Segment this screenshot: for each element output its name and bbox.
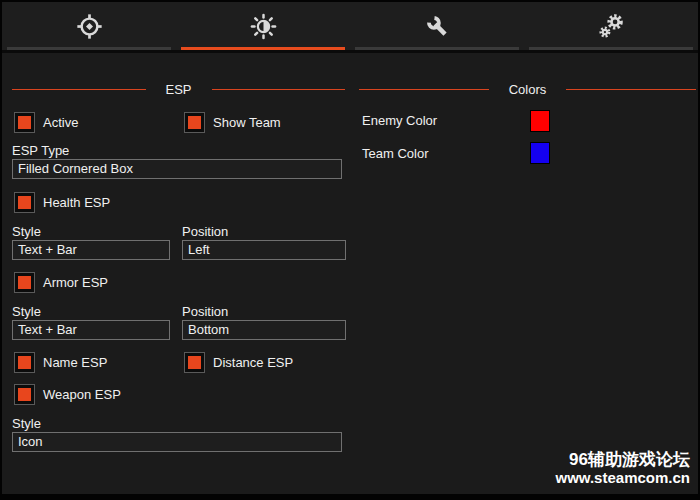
checkbox-checked-fill [188,356,201,369]
show-team-label: Show Team [213,115,281,130]
tab-visuals[interactable] [176,2,350,50]
show-team-checkbox[interactable] [184,112,205,133]
tab-underline [355,47,519,50]
checkbox-checked-fill [18,196,31,209]
show-team-checkbox-row: Show Team [184,112,281,133]
enemy-color-swatch[interactable] [530,110,550,132]
colors-section-header: Colors [359,81,696,97]
distance-esp-checkbox-row: Distance ESP [184,352,293,373]
armor-esp-checkbox-row: Armor ESP [14,272,108,293]
name-esp-checkbox[interactable] [14,352,35,373]
active-checkbox[interactable] [14,112,35,133]
gears-icon [597,12,625,40]
armor-position-dropdown[interactable]: Bottom [182,320,346,340]
distance-esp-label: Distance ESP [213,355,293,370]
cheat-menu-window: ESP Colors Active Show Team ESP Type Fil… [0,0,700,500]
weapon-style-dropdown[interactable]: Icon [12,432,342,452]
divider-line [212,89,346,90]
tab-aim[interactable] [2,2,176,50]
tab-underline-active [181,47,345,50]
checkbox-checked-fill [18,276,31,289]
checkbox-checked-fill [18,356,31,369]
health-esp-checkbox[interactable] [14,192,35,213]
watermark-forum-name: 96辅助游戏论坛 [556,450,691,469]
colors-section-title: Colors [489,82,567,97]
esp-type-label: ESP Type [12,143,69,158]
weapon-esp-checkbox[interactable] [14,384,35,405]
active-checkbox-row: Active [14,112,78,133]
armor-esp-checkbox[interactable] [14,272,35,293]
enemy-color-label: Enemy Color [362,113,437,128]
health-position-dropdown[interactable]: Left [182,240,346,260]
armor-style-dropdown[interactable]: Text + Bar [12,320,170,340]
armor-esp-label: Armor ESP [43,275,108,290]
health-style-dropdown[interactable]: Text + Bar [12,240,170,260]
esp-type-dropdown[interactable]: Filled Cornered Box [12,159,342,179]
tab-misc[interactable] [350,2,524,50]
tab-underline [7,47,171,50]
weapon-style-label: Style [12,416,41,431]
active-label: Active [43,115,78,130]
checkbox-checked-fill [188,116,201,129]
health-position-label: Position [182,224,228,239]
tab-bar [2,2,698,53]
esp-section-title: ESP [146,82,212,97]
divider-line [12,89,146,90]
crosshair-icon [76,13,103,40]
health-style-label: Style [12,224,41,239]
divider-line [359,89,489,90]
health-esp-label: Health ESP [43,195,110,210]
checkbox-checked-fill [18,388,31,401]
tab-settings[interactable] [524,2,698,50]
divider-line [566,89,696,90]
health-esp-checkbox-row: Health ESP [14,192,110,213]
name-esp-label: Name ESP [43,355,107,370]
brightness-icon [250,13,277,40]
armor-position-label: Position [182,304,228,319]
weapon-esp-label: Weapon ESP [43,387,121,402]
wrench-icon [424,13,451,40]
checkbox-checked-fill [18,116,31,129]
distance-esp-checkbox[interactable] [184,352,205,373]
team-color-label: Team Color [362,146,428,161]
weapon-esp-checkbox-row: Weapon ESP [14,384,121,405]
watermark-url: www.steamcom.cn [556,469,691,486]
name-esp-checkbox-row: Name ESP [14,352,107,373]
armor-style-label: Style [12,304,41,319]
team-color-swatch[interactable] [530,142,550,164]
esp-section-header: ESP [12,81,345,97]
tab-underline [529,47,693,50]
watermark: 96辅助游戏论坛 www.steamcom.cn [556,450,691,486]
